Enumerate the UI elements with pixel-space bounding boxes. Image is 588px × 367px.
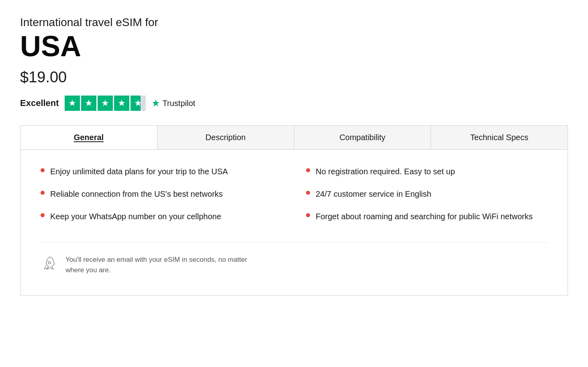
bullets-right: No registration required. Easy to set up…	[306, 166, 547, 222]
svg-point-0	[48, 261, 51, 264]
list-item: No registration required. Easy to set up	[306, 166, 547, 177]
list-item: Forget about roaming and searching for p…	[306, 211, 547, 222]
main-title: USA	[20, 31, 568, 62]
star-4: ★	[114, 96, 129, 111]
rocket-icon	[41, 255, 58, 272]
stars-container: ★ ★ ★ ★ ★	[65, 96, 146, 111]
subtitle: International travel eSIM for	[20, 16, 568, 29]
tab-content: Enjoy unlimited data plans for your trip…	[20, 150, 568, 296]
bullet-dot	[41, 168, 45, 172]
bullet-dot	[41, 213, 45, 217]
footer-note: You'll receive an email with your eSIM i…	[41, 242, 547, 275]
trustpilot-row: Excellent ★ ★ ★ ★ ★ ★ Trustpilot	[20, 96, 568, 111]
bullet-dot	[306, 191, 310, 195]
star-3: ★	[98, 96, 113, 111]
footer-text: You'll receive an email with your eSIM i…	[65, 255, 258, 275]
bullet-text: Keep your WhatsApp number on your cellph…	[50, 211, 221, 222]
star-2: ★	[81, 96, 96, 111]
bullet-dot	[306, 168, 310, 172]
tab-technical-specs[interactable]: Technical Specs	[431, 126, 568, 149]
price: $19.00	[20, 69, 568, 86]
bullet-text: Enjoy unlimited data plans for your trip…	[50, 166, 228, 177]
bullet-dot	[41, 191, 45, 195]
star-1: ★	[65, 96, 80, 111]
tab-compatibility[interactable]: Compatibility	[294, 126, 431, 149]
bullet-dot	[306, 213, 310, 217]
bullet-text: Reliable connection from the US's best n…	[50, 188, 223, 200]
list-item: Enjoy unlimited data plans for your trip…	[41, 166, 282, 177]
trustpilot-star-icon: ★	[151, 98, 160, 109]
list-item: Reliable connection from the US's best n…	[41, 188, 282, 200]
bullets-left: Enjoy unlimited data plans for your trip…	[41, 166, 282, 222]
list-item: 24/7 customer service in English	[306, 188, 547, 200]
tab-general[interactable]: General	[20, 126, 157, 149]
bullets-grid: Enjoy unlimited data plans for your trip…	[41, 166, 547, 222]
trustpilot-brand-name: Trustpilot	[163, 99, 196, 108]
trustpilot-brand: ★ Trustpilot	[151, 98, 196, 109]
tabs-container: General Description Compatibility Techni…	[20, 125, 568, 150]
trustpilot-label: Excellent	[20, 98, 59, 108]
page-container: International travel eSIM for USA $19.00…	[20, 16, 568, 296]
star-5: ★	[131, 96, 146, 111]
bullet-text: No registration required. Easy to set up	[316, 166, 455, 177]
bullet-text: 24/7 customer service in English	[316, 188, 431, 200]
list-item: Keep your WhatsApp number on your cellph…	[41, 211, 282, 222]
tab-description[interactable]: Description	[157, 126, 294, 149]
bullet-text: Forget about roaming and searching for p…	[316, 211, 533, 222]
